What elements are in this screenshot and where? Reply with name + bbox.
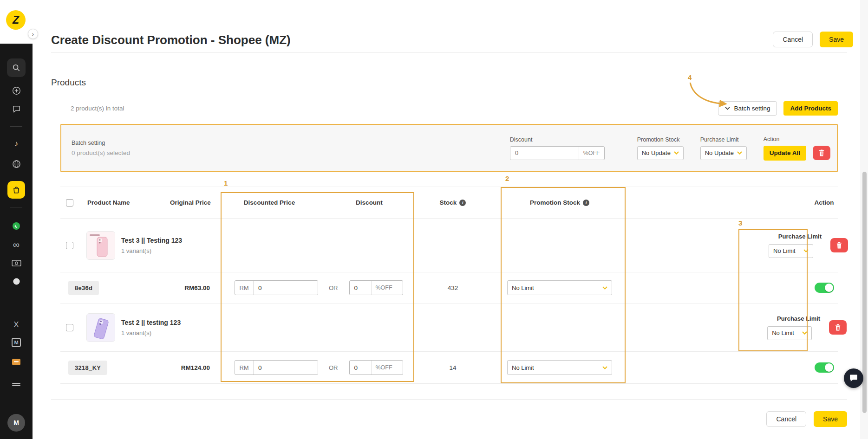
trash-icon xyxy=(818,149,825,156)
column-header-promotion-stock: Promotion Stock xyxy=(530,199,580,206)
payments-icon[interactable] xyxy=(0,260,33,267)
batch-purchase-limit-select[interactable]: No Update xyxy=(700,146,747,160)
whatsapp-icon[interactable] xyxy=(0,222,33,230)
delete-product-button[interactable] xyxy=(829,320,847,335)
info-icon[interactable]: i xyxy=(459,200,466,206)
marketplace-icon[interactable] xyxy=(0,357,33,367)
page-title: Create Discount Promotion - Shopee (MZ) xyxy=(51,33,773,47)
batch-panel-title: Batch setting xyxy=(72,140,130,146)
menu-lines-icon[interactable] xyxy=(0,382,33,387)
chevron-down-icon xyxy=(803,249,809,252)
purchase-limit-label: Purchase Limit xyxy=(777,315,820,322)
shopee-icon[interactable] xyxy=(7,181,25,199)
sidebar: Z ♪ ∞ X M xyxy=(0,0,33,439)
percent-off-unit: %OFF xyxy=(371,361,397,374)
column-header-product-name: Product Name xyxy=(79,199,167,206)
trash-icon xyxy=(835,324,841,331)
batch-purchase-limit-label: Purchase Limit xyxy=(700,136,747,143)
discounted-price-input[interactable] xyxy=(254,361,318,374)
select-all-checkbox[interactable] xyxy=(66,199,73,207)
chevron-down-icon xyxy=(802,331,807,335)
discounted-price-input[interactable] xyxy=(254,281,318,295)
product-image xyxy=(86,313,115,342)
add-products-button[interactable]: Add Products xyxy=(783,101,838,116)
purchase-limit-value: No Limit xyxy=(772,329,794,336)
product-row: Test 3 || Testing 123 1 variant(s) Purch… xyxy=(60,219,838,272)
variant-toggle[interactable] xyxy=(815,362,834,373)
delete-product-button[interactable] xyxy=(830,238,848,252)
purchase-limit-select[interactable]: No Limit xyxy=(769,244,813,258)
column-header-original-price: Original Price xyxy=(167,199,214,206)
stock-value: 432 xyxy=(448,284,458,291)
product-row: Test 2 || testing 123 1 variant(s) Purch… xyxy=(60,303,838,352)
add-icon[interactable] xyxy=(0,86,33,95)
infinity-icon[interactable]: ∞ xyxy=(0,239,33,250)
sku-badge: 3218_KY xyxy=(68,361,107,375)
purchase-limit-label: Purchase Limit xyxy=(778,233,822,240)
globe-icon[interactable] xyxy=(0,160,33,168)
products-heading: Products xyxy=(51,77,847,88)
product-variant-count: 1 variant(s) xyxy=(121,329,181,336)
discount-percent-input[interactable] xyxy=(350,281,371,295)
batch-discount-label: Discount xyxy=(510,136,605,143)
tiktok-icon[interactable]: ♪ xyxy=(0,139,33,148)
discount-percent-input[interactable] xyxy=(350,361,371,374)
batch-delete-button[interactable] xyxy=(813,146,830,160)
m-icon-glyph: M xyxy=(12,338,21,347)
or-label: OR xyxy=(329,364,338,371)
batch-selected-count: 0 product(s) selected xyxy=(72,149,130,156)
variant-row: 8e36d RM63.00 RM OR %OFF xyxy=(60,272,838,303)
sku-badge: 8e36d xyxy=(68,281,99,295)
footer-cancel-button[interactable]: Cancel xyxy=(766,411,806,427)
save-button[interactable]: Save xyxy=(820,32,853,47)
sidebar-divider xyxy=(10,126,22,127)
promotion-stock-select[interactable]: No Limit xyxy=(507,280,612,295)
batch-discount-group: Discount %OFF xyxy=(510,136,605,160)
chat-bubble-icon xyxy=(849,374,858,383)
search-icon[interactable] xyxy=(7,58,26,77)
batch-action-group: Action Update All xyxy=(764,136,830,161)
chat-widget-button[interactable] xyxy=(844,368,863,388)
variant-toggle[interactable] xyxy=(815,283,834,293)
column-header-stock: Stock xyxy=(440,199,457,206)
batch-promotion-stock-group: Promotion Stock No Update xyxy=(637,136,684,160)
batch-discount-input[interactable] xyxy=(510,147,579,160)
info-icon[interactable]: i xyxy=(583,200,589,206)
chat-icon[interactable] xyxy=(0,105,33,114)
app-logo-icon[interactable]: Z xyxy=(6,10,26,30)
table-header-row: Product Name Original Price Discounted P… xyxy=(60,187,838,219)
update-all-button[interactable]: Update All xyxy=(764,146,806,161)
logo-area: Z xyxy=(0,0,33,44)
cancel-button[interactable]: Cancel xyxy=(773,32,813,47)
currency-prefix: RM xyxy=(235,281,254,295)
original-price: RM124.00 xyxy=(181,364,210,371)
chevron-down-icon xyxy=(737,151,742,155)
m-icon[interactable]: M xyxy=(0,338,33,347)
currency-prefix: RM xyxy=(235,361,254,374)
original-price: RM63.00 xyxy=(184,284,210,291)
x-icon[interactable]: X xyxy=(0,320,33,329)
batch-setting-button-label: Batch setting xyxy=(734,105,770,112)
footer-actions: Cancel Save xyxy=(51,411,847,427)
promotion-stock-value: No Limit xyxy=(512,364,534,371)
variant-row: 3218_KY RM124.00 RM OR %OFF xyxy=(60,352,838,384)
product-checkbox[interactable] xyxy=(66,242,73,249)
footer-save-button[interactable]: Save xyxy=(814,411,847,427)
or-label: OR xyxy=(329,284,338,291)
column-header-action: Action xyxy=(810,199,838,206)
coin-icon[interactable] xyxy=(0,278,33,285)
batch-setting-button[interactable]: Batch setting xyxy=(718,101,777,116)
product-checkbox[interactable] xyxy=(66,324,73,331)
batch-purchase-limit-value: No Update xyxy=(705,149,734,156)
column-header-discount: Discount xyxy=(325,199,413,206)
user-avatar[interactable]: M xyxy=(7,414,25,432)
purchase-limit-select[interactable]: No Limit xyxy=(767,326,812,340)
column-header-discounted-price: Discounted Price xyxy=(214,199,325,206)
batch-promotion-stock-select[interactable]: No Update xyxy=(637,146,684,160)
stock-value: 14 xyxy=(449,364,456,371)
chevron-down-icon xyxy=(602,366,607,369)
promotion-stock-select[interactable]: No Limit xyxy=(507,360,612,375)
section-divider xyxy=(51,399,847,400)
batch-action-label: Action xyxy=(764,136,830,142)
sidebar-expand-button[interactable]: › xyxy=(28,29,38,39)
